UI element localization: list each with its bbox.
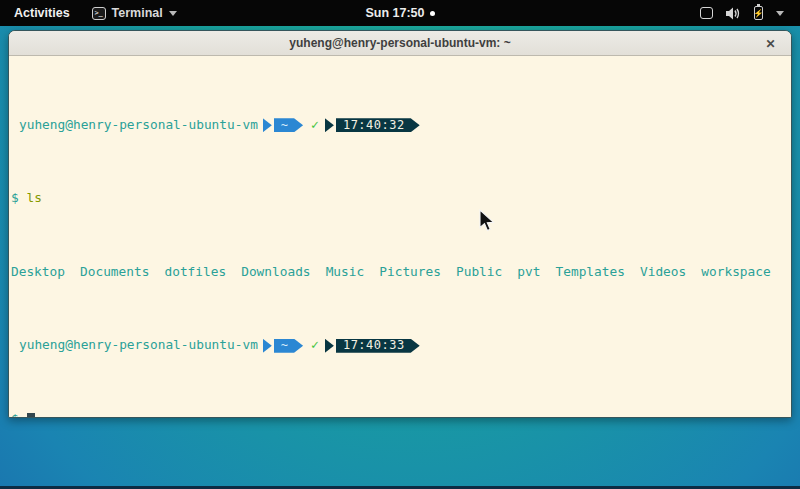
status-check-icon: ✓ [311, 338, 319, 353]
input-line[interactable]: $ [11, 412, 789, 418]
clock-button[interactable]: Sun 17:50 [365, 6, 424, 20]
notification-dot-icon [430, 11, 435, 16]
directory-pvt: pvt [517, 265, 540, 280]
chevron-down-icon [776, 11, 784, 16]
prompt-path-segment: ~ [274, 118, 303, 132]
terminal-icon: >_ [92, 7, 106, 20]
close-button[interactable]: ✕ [762, 35, 779, 52]
volume-icon [726, 7, 741, 20]
activities-button[interactable]: Activities [0, 0, 84, 26]
window-titlebar[interactable]: yuheng@henry-personal-ubuntu-vm: ~ ✕ [9, 31, 791, 56]
directory-Public: Public [456, 265, 502, 280]
prompt-line-2: yuheng@henry-personal-ubuntu-vm ~ ✓ 17:4… [11, 338, 789, 353]
prompt-user: yuheng@henry-personal-ubuntu-vm [11, 338, 258, 353]
directory-Templates: Templates [556, 265, 625, 280]
directory-Music: Music [326, 265, 365, 280]
powerline-arrow-icon [325, 339, 334, 353]
terminal-window: yuheng@henry-personal-ubuntu-vm: ~ ✕ yuh… [8, 30, 792, 418]
terminal-content[interactable]: yuheng@henry-personal-ubuntu-vm ~ ✓ 17:4… [9, 56, 791, 418]
directory-Desktop: Desktop [11, 265, 65, 280]
system-tray[interactable]: ⚡ [684, 0, 800, 26]
directory-workspace: workspace [701, 265, 770, 280]
text-cursor [27, 413, 35, 418]
app-menu-terminal[interactable]: >_ Terminal [84, 0, 185, 26]
powerline-arrow-icon [263, 339, 272, 353]
top-bar: Activities >_ Terminal Sun 17:50 ⚡ [0, 0, 800, 26]
powerline-arrow-icon [263, 118, 272, 132]
prompt-line-1: yuheng@henry-personal-ubuntu-vm ~ ✓ 17:4… [11, 118, 789, 133]
battery-charging-icon: ⚡ [754, 6, 763, 20]
prompt-path-segment: ~ [274, 339, 303, 353]
display-icon [700, 7, 713, 19]
powerline-segments: ~ ✓ 17:40:33 [263, 339, 420, 353]
app-menu-label: Terminal [112, 6, 163, 20]
prompt-dollar: $ [11, 412, 19, 418]
command-line: $ ls [11, 191, 789, 206]
prompt-user: yuheng@henry-personal-ubuntu-vm [11, 118, 258, 133]
powerline-arrow-icon [325, 118, 334, 132]
typed-command: ls [26, 191, 41, 206]
prompt-time-segment: 17:40:33 [336, 339, 420, 353]
directory-Documents: Documents [80, 265, 149, 280]
chevron-down-icon [169, 11, 177, 16]
ls-output: DesktopDocumentsdotfilesDownloadsMusicPi… [11, 265, 789, 280]
directory-Downloads: Downloads [241, 265, 310, 280]
directory-Videos: Videos [640, 265, 686, 280]
powerline-segments: ~ ✓ 17:40:32 [263, 118, 420, 132]
prompt-time-segment: 17:40:32 [336, 118, 420, 132]
directory-dotfiles: dotfiles [164, 265, 226, 280]
prompt-dollar: $ [11, 191, 19, 206]
status-check-icon: ✓ [311, 118, 319, 133]
window-title: yuheng@henry-personal-ubuntu-vm: ~ [289, 36, 510, 50]
directory-Pictures: Pictures [379, 265, 441, 280]
